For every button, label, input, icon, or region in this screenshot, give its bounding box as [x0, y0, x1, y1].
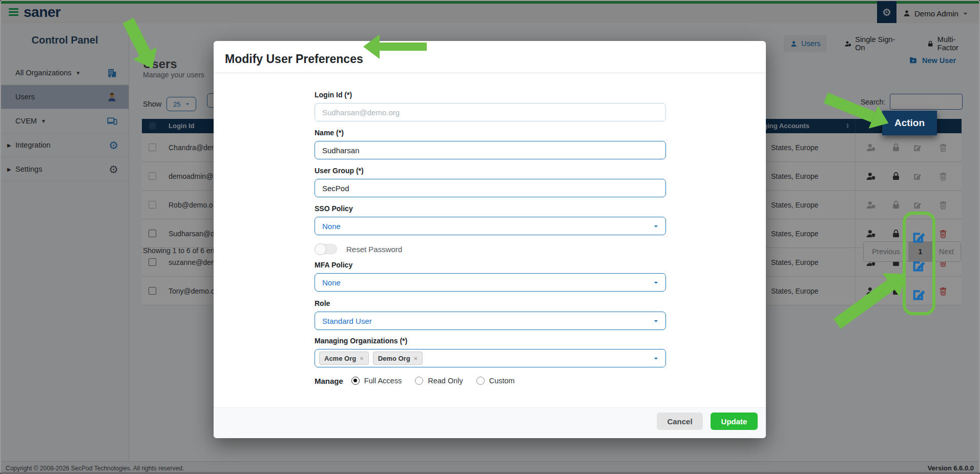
modal-footer: Cancel Update	[214, 407, 766, 438]
reset-password-row: Reset Password	[315, 244, 666, 254]
reset-password-toggle[interactable]	[315, 244, 337, 254]
org-tag: Demo Org ×	[373, 352, 423, 365]
role-select[interactable]: Standard User	[315, 312, 666, 330]
managing-orgs-field-group: Managing Organizations (*) Acme Org × De…	[315, 337, 666, 367]
edit-icon[interactable]	[910, 285, 928, 303]
radio-read-only-label: Read Only	[428, 377, 463, 385]
toggle-knob	[315, 243, 326, 255]
sso-policy-field-group: SSO Policy None	[315, 204, 666, 235]
radio-custom[interactable]	[476, 377, 485, 385]
radio-full-access-label: Full Access	[364, 377, 402, 385]
role-field-group: Role Standard User	[315, 299, 666, 330]
cancel-button[interactable]: Cancel	[657, 413, 703, 430]
user-group-field[interactable]	[315, 179, 666, 197]
user-group-field-group: User Group (*)	[315, 167, 666, 197]
caret-down-icon	[653, 355, 659, 362]
reset-password-label: Reset Password	[346, 245, 402, 254]
mfa-policy-value: None	[322, 278, 341, 287]
mfa-policy-field-group: MFA Policy None	[315, 261, 666, 292]
org-tag: Acme Org ×	[319, 352, 369, 365]
update-button[interactable]: Update	[711, 413, 758, 430]
mfa-policy-select[interactable]: None	[315, 273, 666, 292]
sso-policy-label: SSO Policy	[315, 204, 666, 213]
radio-full-access[interactable]	[351, 377, 360, 385]
org-tag-label: Demo Org	[378, 355, 410, 362]
caret-down-icon	[653, 279, 659, 286]
caret-down-icon	[653, 223, 659, 230]
annotation-arrow-modal-title	[380, 43, 427, 51]
user-group-label: User Group (*)	[315, 167, 666, 175]
caret-down-icon	[653, 318, 659, 324]
edit-icon[interactable]	[910, 257, 928, 274]
modify-user-preferences-modal: Modify User Preferences Login Id (*) Nam…	[214, 41, 766, 438]
edit-icons-highlight-box	[903, 212, 935, 315]
role-label: Role	[315, 299, 666, 307]
role-value: Standard User	[322, 317, 372, 325]
remove-tag-icon[interactable]: ×	[414, 355, 418, 362]
login-id-label: Login Id (*)	[315, 91, 666, 99]
sso-policy-select[interactable]: None	[315, 217, 666, 235]
name-field[interactable]	[315, 141, 666, 159]
name-label: Name (*)	[315, 129, 666, 137]
modal-title: Modify User Preferences	[225, 52, 363, 66]
login-id-field[interactable]	[315, 103, 666, 121]
manage-access-row: Manage Full Access Read Only Custom	[315, 375, 666, 386]
manage-label: Manage	[315, 377, 343, 385]
edit-icon[interactable]	[910, 228, 928, 245]
radio-read-only[interactable]	[415, 377, 423, 385]
org-tag-label: Acme Org	[324, 355, 356, 362]
mfa-policy-label: MFA Policy	[315, 261, 666, 269]
remove-tag-icon[interactable]: ×	[360, 355, 364, 362]
sso-policy-value: None	[322, 222, 341, 231]
managing-orgs-multiselect[interactable]: Acme Org × Demo Org ×	[315, 349, 666, 367]
managing-orgs-label: Managing Organizations (*)	[315, 337, 666, 345]
radio-custom-label: Custom	[489, 377, 515, 385]
app-window: saner ⚙ Demo Admin Control Panel All Org…	[0, 0, 980, 474]
login-id-field-group: Login Id (*)	[315, 91, 666, 121]
name-field-group: Name (*)	[315, 129, 666, 159]
modal-body: Login Id (*) Name (*) User Group (*) SSO…	[315, 73, 666, 407]
